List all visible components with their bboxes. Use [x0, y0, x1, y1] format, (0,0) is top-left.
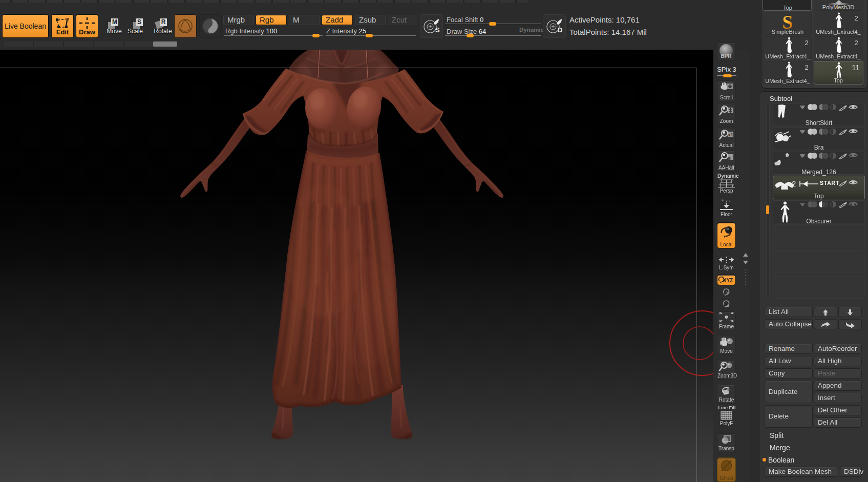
svg-text:S: S	[782, 13, 793, 31]
svg-text:Z: Z	[726, 303, 729, 308]
svg-text:XYZ: XYZ	[723, 278, 733, 283]
svg-text:x1: x1	[728, 132, 733, 137]
svg-text:BPR: BPR	[721, 53, 732, 59]
svg-text:Y: Y	[726, 290, 729, 296]
svg-text:S: S	[435, 26, 440, 34]
svg-text:D: D	[558, 26, 562, 34]
